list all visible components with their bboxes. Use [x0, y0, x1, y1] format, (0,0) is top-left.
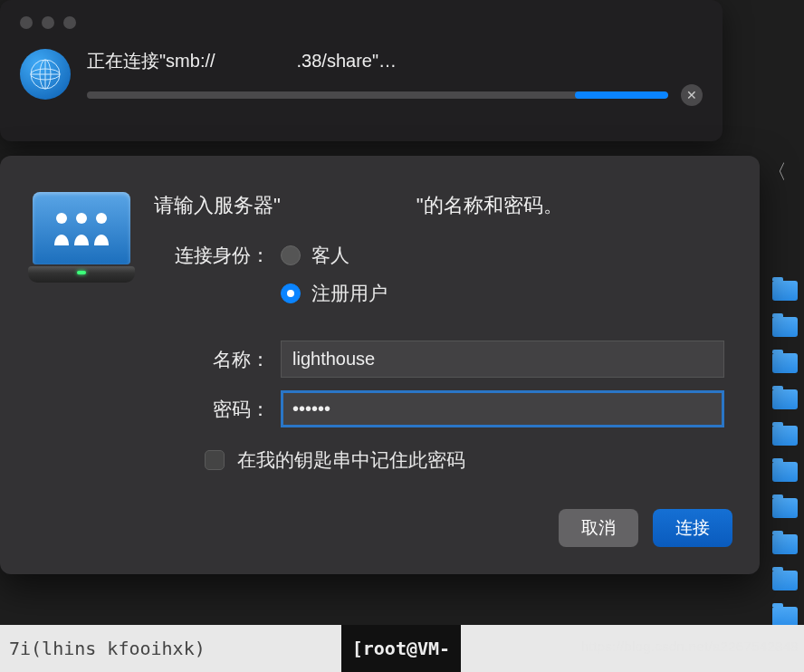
progress-bar-fill [575, 91, 668, 99]
folder-icon [772, 426, 798, 446]
radio-icon [281, 245, 301, 265]
connect-button[interactable]: 连接 [653, 509, 732, 547]
folder-icon [772, 571, 798, 590]
window-close-button[interactable] [20, 16, 33, 29]
connect-as-label: 连接身份： [154, 243, 281, 268]
folder-icon [772, 607, 798, 627]
smb-auth-dialog: 请输入服务器""的名称和密码。 连接身份： 客人 注册用户 名称： [0, 156, 760, 574]
auth-prompt-text: 请输入服务器""的名称和密码。 [154, 192, 732, 219]
folder-icon [772, 317, 798, 337]
network-globe-icon [20, 49, 71, 100]
svg-point-7 [96, 213, 107, 224]
auth-prompt-prefix: 请输入服务器" [154, 194, 281, 216]
username-input[interactable] [281, 341, 724, 378]
auth-prompt-suffix: "的名称和密码。 [416, 194, 563, 216]
connect-progress-window: 正在连接"smb://.38/share"… ✕ [0, 0, 723, 141]
radio-guest[interactable]: 客人 [281, 243, 388, 268]
svg-point-5 [56, 213, 67, 224]
network-server-icon [27, 192, 136, 292]
watermark-text: https://blog.csdn.net/a2267542848 [581, 638, 799, 654]
progress-title-suffix: .38/share"… [297, 51, 397, 71]
folder-icon [772, 281, 798, 301]
radio-icon [281, 283, 301, 303]
svg-point-6 [76, 213, 87, 224]
redacted-ip [215, 54, 297, 71]
password-input[interactable] [281, 390, 724, 427]
password-label: 密码： [154, 397, 281, 422]
cancel-button[interactable]: 取消 [559, 509, 638, 547]
remember-password-checkbox[interactable] [205, 450, 225, 470]
background-folder-column [772, 281, 804, 627]
window-zoom-button[interactable] [63, 16, 76, 29]
folder-icon [772, 498, 798, 518]
progress-title-prefix: 正在连接"smb:// [87, 51, 215, 71]
radio-guest-label: 客人 [311, 243, 349, 268]
progress-cancel-button[interactable]: ✕ [681, 84, 703, 106]
radio-registered-user[interactable]: 注册用户 [281, 281, 388, 306]
progress-bar [87, 91, 668, 99]
folder-icon [772, 534, 798, 554]
folder-icon [772, 353, 798, 373]
username-label: 名称： [154, 347, 281, 372]
bottom-left-text: 7i(lhins kfooihxk) [0, 638, 215, 659]
progress-title: 正在连接"smb://.38/share"… [87, 49, 703, 73]
close-icon: ✕ [686, 88, 697, 102]
back-chevron-icon: 〈 [763, 158, 790, 186]
folder-icon [772, 462, 798, 482]
terminal-prompt-fragment: [root@VM- [341, 625, 461, 672]
radio-registered-label: 注册用户 [311, 281, 388, 306]
remember-password-label: 在我的钥匙串中记住此密码 [237, 447, 465, 473]
folder-icon [772, 389, 798, 409]
window-traffic-lights [20, 16, 703, 29]
window-minimize-button[interactable] [42, 16, 54, 29]
